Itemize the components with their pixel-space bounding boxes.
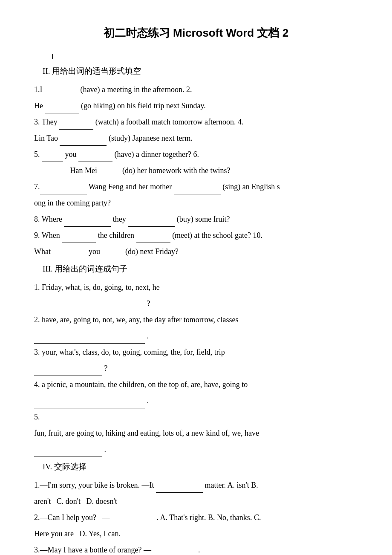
iii-item-4-blank: . [34, 393, 358, 408]
item-4: Lin Tao (study) Japanese next term. [34, 130, 358, 146]
iv-item-2b: Here you are D. Yes, I can. [34, 526, 358, 541]
blank-iv-3 [151, 548, 198, 555]
blank-6-1 [34, 169, 68, 178]
blank-9-2 [136, 234, 170, 243]
answer-line-5 [34, 448, 102, 457]
iii-item-2-blank: . [34, 328, 358, 344]
section-iv-content: 1.—I'm sorry, your bike is broken. —It m… [34, 477, 358, 555]
item-6: Han Mei (do) her homework with the twins… [34, 163, 358, 178]
blank-4-1 [60, 136, 107, 146]
iii-item-5-blank: . [34, 442, 358, 457]
answer-line-3 [34, 367, 102, 376]
blank-2-1 [45, 104, 79, 113]
blank-7-2 [174, 185, 221, 194]
iv-item-3: 3.—May I have a bottle of orange? —. [34, 542, 358, 555]
blank-1-1 [44, 88, 78, 97]
item-2: He (go hiking) on his field trip next Su… [34, 98, 358, 113]
blank-10-1 [52, 250, 86, 259]
blank-7-1 [40, 185, 87, 194]
section-iv-heading: IV. 交际选择 [43, 461, 358, 472]
iii-item-1-blank: ? [34, 296, 358, 311]
blank-8-1 [64, 217, 111, 227]
blank-9-1 [62, 234, 96, 243]
iii-item-5-label: 5. [34, 409, 358, 425]
iii-item-5-prompt: fun, fruit, are going to, hiking and eat… [34, 425, 358, 441]
section-iii-heading: III. 用给出的词连成句子 [43, 263, 358, 275]
iii-item-4-prompt: 4. a picnic, a mountain, the children, o… [34, 377, 358, 392]
blank-iv-1 [156, 483, 203, 493]
iv-item-1b: aren't C. don't D. doesn't [34, 494, 358, 509]
answer-line-1 [34, 302, 145, 311]
section-ii-content: 1.I (have) a meeting in the afternoon. 2… [34, 82, 358, 259]
iii-item-1-prompt: 1. Friday, what, is, do, going, to, next… [34, 280, 358, 295]
blank-iv-2 [110, 516, 156, 525]
section-iii-content: 1. Friday, what, is, do, going, to, next… [34, 280, 358, 457]
page-title: 初二时态练习 Microsoft Word 文档 2 [34, 26, 358, 40]
blank-8-2 [128, 217, 175, 227]
iii-item-3-blank: ? [34, 361, 358, 376]
blank-5-2 [78, 153, 112, 162]
item-1: 1.I (have) a meeting in the afternoon. 2… [34, 82, 358, 97]
section-ii-heading: II. 用给出词的适当形式填空 [43, 66, 358, 77]
blank-10-2 [102, 250, 123, 259]
iv-item-1: 1.—I'm sorry, your bike is broken. —It m… [34, 477, 358, 493]
blank-3-1 [59, 120, 93, 130]
blank-5-1 [42, 153, 63, 162]
item-7a: 7. Wang Feng and her mother (sing) an En… [34, 179, 358, 194]
item-10: What you (do) next Friday? [34, 244, 358, 259]
blank-6-2 [99, 169, 120, 178]
iv-item-2: 2.—Can I help you? —. A. That's right. B… [34, 510, 358, 525]
item-7b: ong in the coming party? [34, 195, 358, 211]
item-5: 5. you (have) a dinner together? 6. [34, 147, 358, 162]
page-container: 初二时态练习 Microsoft Word 文档 2 I II. 用给出词的适当… [34, 26, 358, 555]
iii-item-3-prompt: 3. your, what's, class, do, to, going, c… [34, 344, 358, 360]
item-8: 8. Where they (buy) some fruit? [34, 211, 358, 227]
item-3: 3. They (watch) a football match tomorro… [34, 114, 358, 130]
iii-item-2-prompt: 2. have, are, going to, not, we, any, th… [34, 312, 358, 327]
item-9: 9. When the children (meet) at the schoo… [34, 228, 358, 243]
answer-line-4 [34, 399, 145, 408]
section-i-label: I [51, 52, 358, 61]
answer-line-2 [34, 334, 145, 344]
